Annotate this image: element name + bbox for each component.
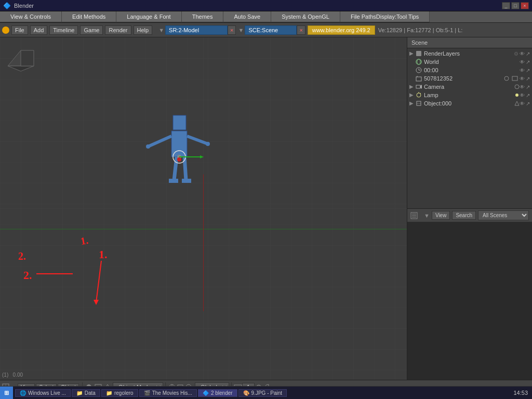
eye-icon[interactable]: 👁	[520, 92, 525, 98]
constraint-icon	[514, 84, 520, 90]
svg-marker-47	[515, 101, 519, 105]
outliner-item-render-layers[interactable]: ▶ RenderLayers ⚙ 👁 ↗	[407, 49, 532, 58]
eye-icon[interactable]: 👁	[520, 84, 525, 90]
svg-point-10	[206, 142, 210, 146]
tab-themes[interactable]: Themes	[182, 11, 224, 22]
expand-icon	[409, 59, 416, 65]
taskbar-items: 🌐 Windows Live ... 📁 Data 📁 regolero 🎬 T…	[13, 389, 509, 397]
tab-view-controls[interactable]: View & Controls	[0, 11, 62, 22]
file-menu[interactable]: File	[11, 25, 28, 35]
settings-icon: ⚙	[514, 51, 518, 57]
title-bar: 🔷 Blender _ □ ×	[0, 0, 532, 11]
object-icon	[416, 75, 422, 82]
scene-name-input[interactable]: SCE:Scene	[245, 25, 297, 35]
tab-auto-save[interactable]: Auto Save	[223, 11, 271, 22]
add-menu[interactable]: Add	[30, 25, 48, 35]
blender-icon: 🔷	[3, 2, 11, 9]
outliner-item-object000[interactable]: ▶ Object:000 👁 ↗	[407, 99, 532, 108]
svg-point-40	[515, 85, 519, 89]
outliner-item-camera[interactable]: ▶ Camera 👁 ↗	[407, 83, 532, 91]
svg-rect-38	[416, 85, 420, 88]
render-menu[interactable]: Render	[105, 25, 131, 35]
cursor-icon: ↗	[526, 68, 530, 73]
world-icon	[416, 59, 422, 65]
annotation-2: 2.	[18, 250, 26, 262]
svg-line-9	[187, 136, 208, 144]
outliner-item-world[interactable]: World 👁 ↗	[407, 58, 532, 66]
render-layers-icon	[416, 50, 422, 57]
version-info: Ve:12829 | Fa:12772 | Ob:5-1 | L:	[375, 27, 530, 33]
blender-taskbar-icon: 🔷	[203, 390, 209, 396]
svg-rect-5	[171, 131, 187, 157]
search-button[interactable]: Search	[452, 211, 476, 220]
blender-logo-icon	[2, 26, 9, 34]
tab-language-font[interactable]: Language & Font	[116, 11, 181, 22]
start-button[interactable]: ⊞	[0, 387, 13, 399]
regolero-icon: 📁	[106, 390, 112, 396]
taskbar-item-regolero[interactable]: 📁 regolero	[101, 389, 138, 397]
outliner-label: 00:00	[424, 67, 520, 73]
cursor-icon: ↗	[526, 101, 530, 107]
eye-icon[interactable]: 👁	[520, 51, 525, 57]
cursor-icon: ↗	[526, 92, 530, 98]
taskbar-time: 14:53	[509, 390, 532, 396]
taskbar-item-movies[interactable]: 🎬 The Movies His...	[139, 389, 197, 397]
settings2-icon	[503, 75, 510, 82]
outliner-bottom-toolbar: ▼ View Search All Scenes	[407, 208, 532, 222]
outliner-title: Scene	[411, 39, 428, 46]
scene-selector-input[interactable]: SR:2-Model	[165, 25, 228, 35]
game-menu[interactable]: Game	[80, 25, 103, 35]
tab-file-paths[interactable]: File PathsDisplay:Tool Tips	[340, 11, 430, 22]
tab-system-opengl[interactable]: System & OpenGL	[271, 11, 340, 22]
expand-icon: ▼	[424, 212, 430, 219]
windows-live-icon: 🌐	[20, 390, 26, 396]
eye-icon[interactable]: 👁	[520, 76, 525, 82]
taskbar-item-data[interactable]: 📁 Data	[72, 389, 100, 397]
outliner-item-lamp[interactable]: ▶ Lamp 👁 ↗	[407, 91, 532, 99]
close-button[interactable]: ×	[521, 2, 529, 9]
character-model	[140, 100, 234, 204]
help-menu[interactable]: Help	[134, 25, 153, 35]
top-tabs: View & Controls Edit Methods Language & …	[0, 11, 532, 23]
outliner-item-time[interactable]: 00:00 👁 ↗	[407, 66, 532, 74]
timeline-menu[interactable]: Timeline	[49, 25, 78, 35]
outliner-icon	[410, 212, 418, 219]
svg-rect-14	[182, 179, 191, 183]
sun-icon	[514, 92, 520, 98]
header-bar: File Add Timeline Game Render Help ▼ SR:…	[0, 23, 532, 37]
eye-icon[interactable]: 👁	[520, 101, 525, 107]
viewport-3d[interactable]: (1) 0.00 1. 2. 1. 2.	[0, 37, 407, 380]
expand-icon: ▶	[409, 50, 416, 57]
taskbar-item-paint[interactable]: 🎨 9.JPG - Paint	[238, 389, 287, 397]
title-text: Blender	[14, 3, 502, 9]
outliner-content: ▶ RenderLayers ⚙ 👁 ↗ World 👁 ↗ 00:00 👁	[407, 48, 532, 208]
svg-point-19	[177, 157, 181, 162]
outliner-label: World	[424, 59, 520, 65]
extra-icon	[511, 75, 518, 82]
taskbar-item-blender[interactable]: 🔷 2 blender	[198, 389, 237, 397]
maximize-button[interactable]: □	[511, 2, 520, 9]
taskbar-item-windows-live[interactable]: 🌐 Windows Live ...	[15, 389, 71, 397]
frame-counter: (1) 0.00	[2, 372, 23, 378]
lamp-icon	[416, 92, 422, 98]
eye-icon[interactable]: 👁	[520, 68, 525, 73]
outliner-item-object-id[interactable]: 507812352 👁 ↗	[407, 74, 532, 83]
eye-icon[interactable]: 👁	[520, 59, 525, 65]
expand-icon	[409, 75, 416, 82]
outliner-header: Scene	[407, 37, 532, 48]
svg-rect-34	[416, 77, 421, 81]
tab-edit-methods[interactable]: Edit Methods	[62, 11, 116, 22]
cursor-icon: ↗	[526, 59, 530, 65]
svg-marker-18	[200, 155, 204, 158]
minimize-button[interactable]: _	[502, 2, 510, 9]
scene-name-close-button[interactable]: ×	[297, 25, 305, 35]
svg-rect-37	[512, 76, 517, 81]
svg-marker-22	[21, 50, 34, 66]
all-scenes-select[interactable]: All Scenes	[478, 210, 529, 220]
nav-cube	[3, 40, 39, 76]
scene-close-button[interactable]: ×	[228, 25, 236, 35]
svg-line-43	[420, 93, 421, 94]
viewport-canvas: (1) 0.00 1. 2. 1. 2.	[0, 37, 407, 380]
outliner-label: Lamp	[424, 92, 513, 98]
view-button[interactable]: View	[432, 211, 450, 220]
